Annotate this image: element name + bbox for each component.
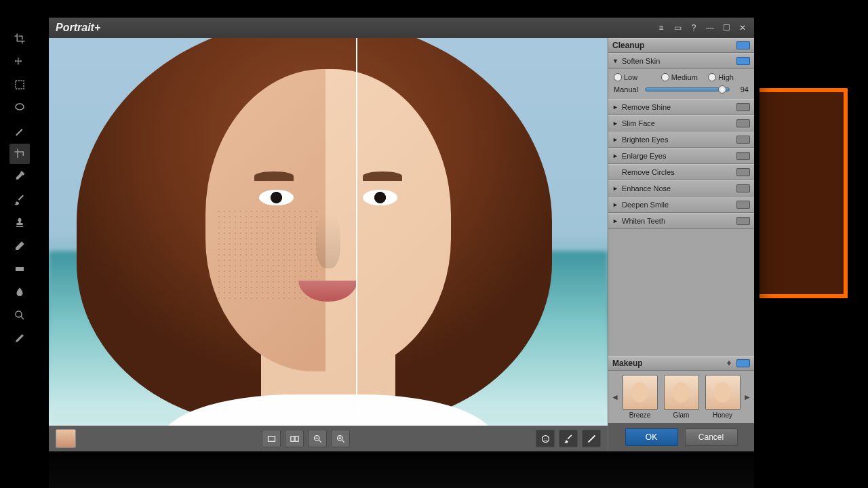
wand-icon[interactable] [9,121,30,141]
makeup-header[interactable]: Makeup + [608,356,754,371]
cleanup-item[interactable]: ►Slim Face [608,115,754,131]
cleanup-item[interactable]: ►Remove Shine [608,99,754,115]
radio-medium[interactable]: Medium [661,73,702,81]
slider-thumb[interactable] [718,85,726,94]
svg-point-11 [546,437,547,438]
cleanup-item[interactable]: ►Enlarge Eyes [608,148,754,164]
minimize-button[interactable]: — [703,21,717,35]
cancel-button[interactable]: Cancel [685,428,738,446]
chevron-right-icon: ► [612,185,619,192]
svg-rect-2 [16,267,24,271]
eraser-icon[interactable] [9,236,30,256]
face-detect-icon[interactable] [536,430,555,447]
makeup-title: Makeup [612,359,724,368]
stamp-icon[interactable] [9,213,30,233]
compare-divider[interactable] [356,38,357,426]
eyedrop-icon[interactable] [9,167,30,187]
svg-point-1 [16,104,24,110]
cleanup-item-toggle[interactable] [736,184,750,192]
cleanup-item-toggle[interactable] [736,168,750,176]
cleanup-item-toggle[interactable] [736,201,750,209]
makeup-thumb [705,375,741,410]
cleanup-item-label: Slim Face [622,119,736,127]
chevron-right-icon: ► [612,201,619,208]
makeup-prev-icon[interactable]: ◄ [611,392,619,402]
chevron-right-icon: ► [612,152,619,159]
erase-tool-icon[interactable] [582,430,601,447]
layout-icon[interactable]: ▭ [670,21,685,35]
cleanup-item[interactable]: ►Brighten Eyes [608,131,754,148]
add-makeup-icon[interactable]: + [724,359,734,368]
cleanup-item-label: Brighten Eyes [622,136,736,144]
cleanup-item-toggle[interactable] [736,119,750,127]
lasso-icon[interactable] [9,98,30,118]
makeup-next-icon[interactable]: ► [743,392,751,402]
app-title: Portrait+ [53,22,652,34]
background-card [760,88,848,298]
svg-rect-5 [290,436,294,441]
makeup-preset[interactable]: Breeze [623,375,658,419]
menu-icon[interactable]: ≡ [654,21,669,35]
makeup-toggle[interactable] [736,359,750,367]
makeup-preset-label: Glam [673,411,690,419]
cleanup-item-toggle[interactable] [736,136,750,144]
close-button[interactable]: ✕ [735,21,750,35]
cleanup-item-label: Remove Shine [622,103,736,111]
image-thumbnail[interactable] [56,429,76,448]
fit-view-icon[interactable] [262,430,281,447]
svg-point-9 [542,435,549,442]
cleanup-toggle[interactable] [736,41,750,49]
manual-slider[interactable] [645,87,730,92]
cleanup-item-label: Enlarge Eyes [622,152,736,160]
cleanup-item-label: Remove Circles [622,168,736,176]
app-window: Portrait+ ≡ ▭ ? — ☐ ✕ [49,18,754,451]
brush-tool-icon[interactable] [559,430,578,447]
chevron-right-icon: ► [612,218,619,224]
makeup-preset[interactable]: Glam [664,375,699,419]
crop2-icon[interactable] [9,144,30,164]
dodge-icon[interactable] [9,305,30,325]
actual-size-icon[interactable] [285,430,304,447]
svg-rect-6 [295,436,298,441]
blur-icon[interactable] [9,282,30,302]
cleanup-item[interactable]: ►Whiten Teeth [608,213,754,229]
cleanup-item-label: Whiten Teeth [622,217,736,225]
maximize-button[interactable]: ☐ [719,21,734,35]
ok-button[interactable]: OK [625,428,678,446]
cleanup-item-toggle[interactable] [736,217,750,225]
gradient-icon[interactable] [9,259,30,279]
radio-high[interactable]: High [708,73,749,81]
zoom-in-icon[interactable] [331,430,350,447]
chevron-right-icon: ► [612,136,619,143]
bottombar [49,426,608,451]
svg-rect-0 [16,81,24,89]
marquee-icon[interactable] [9,75,30,95]
brush-icon[interactable] [9,190,30,210]
soften-skin-label: Soften Skin [622,57,736,65]
cleanup-item-toggle[interactable] [736,152,750,160]
canvas-area [49,38,608,451]
soften-skin-row[interactable]: ▼ Soften Skin [608,53,754,69]
svg-point-10 [544,437,545,438]
svg-rect-4 [268,436,275,441]
zoom-out-icon[interactable] [308,430,327,447]
soften-skin-toggle[interactable] [736,57,750,65]
help-icon[interactable]: ? [686,21,701,35]
cleanup-header[interactable]: Cleanup [608,38,754,53]
radio-low[interactable]: Low [614,73,654,81]
cleanup-item-toggle[interactable] [736,103,750,111]
pen-icon[interactable] [9,328,30,348]
cleanup-item[interactable]: ►Deepen Smile [608,197,754,213]
soften-skin-body: Low Medium High Manual 94 [608,69,754,99]
cleanup-title: Cleanup [612,41,736,50]
move-icon[interactable] [9,52,30,72]
cleanup-item-label: Deepen Smile [622,201,736,209]
makeup-preset[interactable]: Honey [705,375,741,419]
cleanup-item[interactable]: Remove Circles [608,164,754,180]
photo-preview[interactable] [49,38,608,426]
makeup-preset-label: Honey [713,411,732,419]
cleanup-item-label: Enhance Nose [622,184,736,192]
crop-icon[interactable] [9,28,30,49]
makeup-thumb [664,375,699,410]
cleanup-item[interactable]: ►Enhance Nose [608,180,754,197]
